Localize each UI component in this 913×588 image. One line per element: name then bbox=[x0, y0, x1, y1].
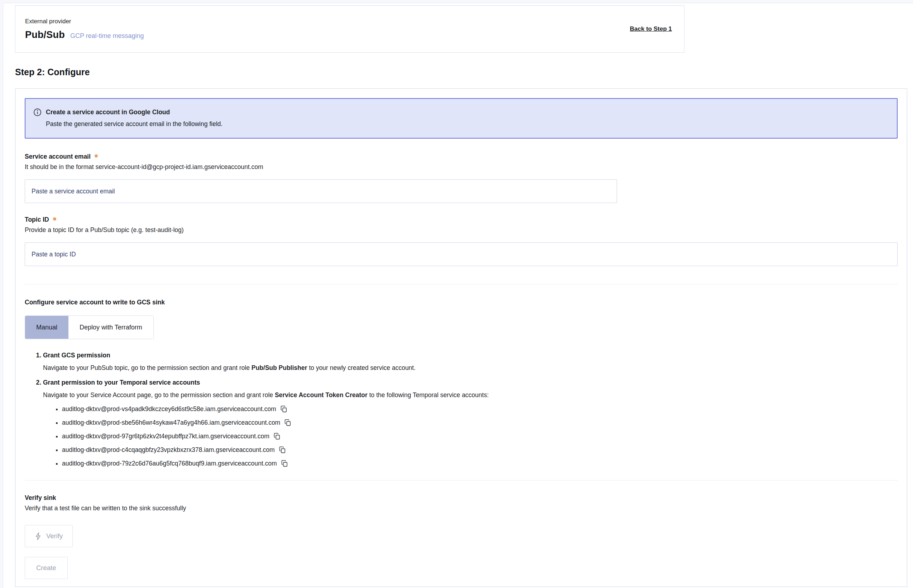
copy-icon[interactable] bbox=[281, 460, 288, 467]
back-to-step-1-link[interactable]: Back to Step 1 bbox=[630, 26, 672, 32]
service-account-item: auditlog-dktxv@prod-vs4padk9dkczcey6d6st… bbox=[62, 405, 898, 414]
step-title: Grant permission to your Temporal servic… bbox=[43, 379, 200, 386]
service-account-email-helper: It should be in the format service-accou… bbox=[25, 163, 898, 171]
topic-id-helper: Provide a topic ID for a Pub/Sub topic (… bbox=[25, 226, 898, 234]
role-name: Service Account Token Creator bbox=[275, 391, 367, 399]
topic-id-label: Topic ID bbox=[25, 216, 49, 223]
section-divider bbox=[25, 480, 898, 481]
verify-button[interactable]: Verify bbox=[25, 525, 73, 547]
step-grant-temporal-permission: Grant permission to your Temporal servic… bbox=[43, 378, 898, 468]
topic-id-input[interactable] bbox=[25, 242, 898, 266]
provider-name: Pub/Sub bbox=[25, 29, 65, 40]
info-icon bbox=[33, 108, 42, 116]
service-account-item: auditlog-dktxv@prod-97gr6tp6zkv2t4epubff… bbox=[62, 432, 898, 441]
copy-icon[interactable] bbox=[279, 446, 286, 453]
step-text: Navigate to your PubSub topic, go to the… bbox=[43, 364, 251, 372]
tab-deploy-with-terraform[interactable]: Deploy with Terraform bbox=[68, 316, 153, 339]
provider-info: External provider Pub/Sub GCP real-time … bbox=[25, 18, 144, 40]
configure-card: Create a service account in Google Cloud… bbox=[15, 89, 907, 587]
verify-button-label: Verify bbox=[46, 532, 63, 540]
service-account-email-input[interactable] bbox=[25, 179, 617, 203]
copy-icon[interactable] bbox=[280, 405, 287, 412]
configure-method-tabs: Manual Deploy with Terraform bbox=[25, 315, 154, 339]
provider-kind-label: External provider bbox=[25, 18, 144, 25]
verify-sink-subtitle: Verify that a test file can be written t… bbox=[25, 504, 898, 512]
role-name: Pub/Sub Publisher bbox=[251, 364, 308, 372]
service-account-email: auditlog-dktxv@prod-c4cqaqgbfzy23vpzkbxz… bbox=[62, 446, 275, 453]
service-account-email: auditlog-dktxv@prod-sbe56h6wr4sykaw47a6y… bbox=[62, 419, 280, 426]
info-alert-body: Create a service account in Google Cloud… bbox=[46, 107, 222, 129]
step-text: to the following Temporal service accoun… bbox=[367, 391, 489, 399]
info-alert: Create a service account in Google Cloud… bbox=[25, 98, 898, 139]
configure-sink-section-title: Configure service account to write to GC… bbox=[25, 299, 898, 306]
step-grant-gcs-permission: Grant GCS permission Navigate to your Pu… bbox=[43, 351, 898, 372]
required-indicator-dot bbox=[53, 217, 56, 221]
step-description: Navigate to your PubSub topic, go to the… bbox=[43, 363, 898, 372]
info-alert-title: Create a service account in Google Cloud bbox=[46, 107, 222, 117]
section-divider bbox=[25, 284, 898, 284]
step-description: Navigate to your Service Account page, g… bbox=[43, 390, 898, 468]
step-text: Navigate to your Service Account page, g… bbox=[43, 391, 275, 399]
service-account-item: auditlog-dktxv@prod-sbe56h6wr4sykaw47a6y… bbox=[62, 418, 898, 427]
page-title: Step 2: Configure bbox=[15, 67, 913, 78]
copy-icon[interactable] bbox=[274, 433, 280, 440]
step-text: to your newly created service account. bbox=[307, 364, 416, 372]
verify-sink-title: Verify sink bbox=[25, 494, 898, 502]
page-background: External provider Pub/Sub GCP real-time … bbox=[3, 3, 913, 588]
bolt-icon bbox=[35, 532, 42, 540]
service-account-item: auditlog-dktxv@prod-c4cqaqgbfzy23vpzkbxz… bbox=[62, 446, 898, 454]
service-account-email: auditlog-dktxv@prod-vs4padk9dkczcey6d6st… bbox=[62, 405, 276, 412]
service-account-item: auditlog-dktxv@prod-79z2c6d76au6g5fcq768… bbox=[62, 459, 898, 468]
tab-manual[interactable]: Manual bbox=[25, 316, 68, 339]
provider-card: External provider Pub/Sub GCP real-time … bbox=[15, 5, 685, 53]
service-account-email-label: Service account email bbox=[25, 153, 91, 160]
copy-icon[interactable] bbox=[284, 419, 291, 426]
info-alert-subtitle: Paste the generated service account emai… bbox=[46, 119, 222, 129]
temporal-service-accounts-list: auditlog-dktxv@prod-vs4padk9dkczcey6d6st… bbox=[43, 405, 898, 468]
manual-steps-list: Grant GCS permission Navigate to your Pu… bbox=[25, 351, 898, 468]
provider-description: GCP real-time messaging bbox=[70, 32, 144, 40]
required-indicator-dot bbox=[95, 154, 98, 158]
create-button-label: Create bbox=[36, 564, 56, 572]
create-button[interactable]: Create bbox=[25, 557, 68, 579]
service-account-email: auditlog-dktxv@prod-79z2c6d76au6g5fcq768… bbox=[62, 460, 277, 467]
service-account-email: auditlog-dktxv@prod-97gr6tp6zkv2t4epubff… bbox=[62, 433, 269, 440]
step-title: Grant GCS permission bbox=[43, 352, 110, 359]
